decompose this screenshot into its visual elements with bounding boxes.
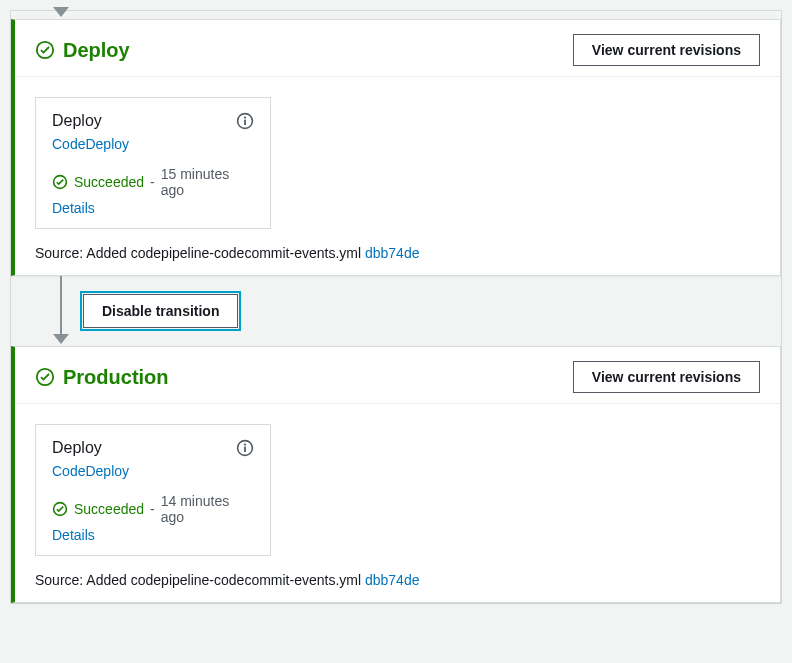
source-text: Source: Added codepipeline-codecommit-ev… — [35, 572, 365, 588]
status-text: Succeeded — [74, 501, 144, 517]
stage-deploy: Deploy View current revisions Deploy Cod… — [11, 19, 781, 276]
source-line: Source: Added codepipeline-codecommit-ev… — [35, 572, 760, 588]
source-text: Source: Added codepipeline-codecommit-ev… — [35, 245, 365, 261]
info-icon[interactable] — [236, 112, 254, 130]
action-card: Deploy CodeDeploy Succeeded - 15 minutes… — [35, 97, 271, 229]
success-icon — [52, 174, 68, 190]
view-revisions-button[interactable]: View current revisions — [573, 34, 760, 66]
action-card: Deploy CodeDeploy Succeeded - 14 minutes… — [35, 424, 271, 556]
action-provider-link[interactable]: CodeDeploy — [52, 463, 254, 479]
stage-header: Production View current revisions — [15, 347, 780, 404]
action-provider-link[interactable]: CodeDeploy — [52, 136, 254, 152]
action-title: Deploy — [52, 439, 102, 457]
status-text: Succeeded — [74, 174, 144, 190]
disable-transition-button[interactable]: Disable transition — [83, 294, 238, 328]
status-separator: - — [150, 501, 155, 517]
stage-title: Deploy — [63, 39, 130, 62]
action-title: Deploy — [52, 112, 102, 130]
commit-link[interactable]: dbb74de — [365, 245, 420, 261]
svg-rect-8 — [244, 447, 246, 452]
success-icon — [35, 367, 55, 387]
action-status-row: Succeeded - 15 minutes ago — [52, 166, 254, 198]
details-link[interactable]: Details — [52, 200, 254, 216]
details-link[interactable]: Details — [52, 527, 254, 543]
svg-point-2 — [244, 117, 246, 119]
view-revisions-button[interactable]: View current revisions — [573, 361, 760, 393]
stage-body: Deploy CodeDeploy Succeeded - 14 minutes… — [15, 404, 780, 602]
success-icon — [52, 501, 68, 517]
incoming-arrow — [11, 11, 781, 19]
action-header: Deploy — [52, 112, 254, 130]
transition-arrow-line — [60, 276, 62, 334]
stage-header: Deploy View current revisions — [15, 20, 780, 77]
stage-title-wrap: Deploy — [35, 39, 130, 62]
action-header: Deploy — [52, 439, 254, 457]
status-time: 15 minutes ago — [161, 166, 254, 198]
stage-title-wrap: Production — [35, 366, 169, 389]
transition-row: Disable transition — [11, 276, 781, 346]
stage-production: Production View current revisions Deploy… — [11, 346, 781, 603]
status-separator: - — [150, 174, 155, 190]
svg-rect-3 — [244, 120, 246, 125]
transition-arrow-head — [53, 334, 69, 344]
svg-point-7 — [244, 444, 246, 446]
action-status-row: Succeeded - 14 minutes ago — [52, 493, 254, 525]
stage-body: Deploy CodeDeploy Succeeded - 15 minutes… — [15, 77, 780, 275]
pipeline-container: Deploy View current revisions Deploy Cod… — [10, 10, 782, 604]
commit-link[interactable]: dbb74de — [365, 572, 420, 588]
source-line: Source: Added codepipeline-codecommit-ev… — [35, 245, 760, 261]
stage-title: Production — [63, 366, 169, 389]
info-icon[interactable] — [236, 439, 254, 457]
status-time: 14 minutes ago — [161, 493, 254, 525]
success-icon — [35, 40, 55, 60]
